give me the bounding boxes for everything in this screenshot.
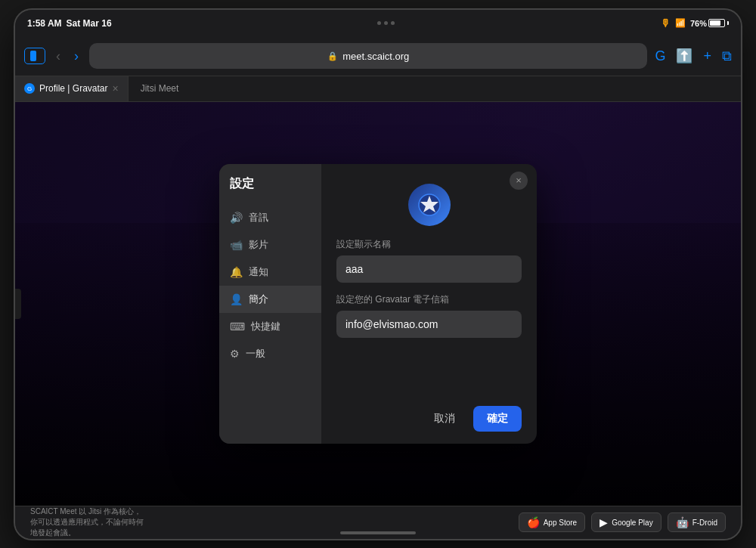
fdroid-badge[interactable]: 🤖 F-Droid xyxy=(668,512,726,532)
status-time: 1:58 AM xyxy=(27,18,62,29)
settings-nav-audio[interactable]: 🔊 音訊 xyxy=(219,204,321,231)
googleplay-label: Google Play xyxy=(612,519,652,527)
ipad-shell: 1:58 AM Sat Mar 16 🎙 📶 76% ‹ › xyxy=(15,10,741,539)
display-name-input[interactable] xyxy=(336,255,522,283)
settings-nav-shortcuts[interactable]: ⌨ 快捷鍵 xyxy=(219,313,321,340)
settings-nav-notify[interactable]: 🔔 通知 xyxy=(219,259,321,286)
play-icon: ▶ xyxy=(600,516,608,528)
share-picture-button[interactable]: ⬆️ xyxy=(676,48,692,64)
url-bar[interactable]: 🔒 meet.scaict.org xyxy=(89,43,647,69)
avatar-icon xyxy=(417,193,442,217)
email-input[interactable] xyxy=(336,311,522,338)
close-button[interactable]: × xyxy=(510,172,528,190)
status-left: 1:58 AM Sat Mar 16 xyxy=(27,18,112,29)
fdroid-icon: 🤖 xyxy=(676,516,689,528)
tab-jitsi-meet[interactable]: Jitsi Meet xyxy=(129,83,191,94)
apple-icon: 🍎 xyxy=(527,516,540,528)
audio-icon: 🔊 xyxy=(230,212,243,224)
appstore-label: App Store xyxy=(544,519,577,527)
lock-icon: 🔒 xyxy=(327,51,338,61)
browser-chrome: ‹ › 🔒 meet.scaict.org G ⬆️ + ⧉ xyxy=(15,37,741,76)
general-label: 一般 xyxy=(246,347,265,361)
tab-bar: G Profile | Gravatar × Jitsi Meet xyxy=(15,76,741,102)
video-label: 影片 xyxy=(249,238,268,252)
browser-actions: G ⬆️ + ⧉ xyxy=(655,48,732,64)
settings-content: × 設定顯示名稱 設定您的 Gravata xyxy=(321,164,537,444)
footer-description: SCAICT Meet 以 Jitsi 作為核心， 你可以透過應用程式，不論何時… xyxy=(30,506,144,538)
tab-close-gravatar[interactable]: × xyxy=(112,82,118,94)
store-badges: 🍎 App Store ▶ Google Play 🤖 F-Droid xyxy=(519,512,726,532)
status-dots xyxy=(377,21,395,25)
status-right: 🎙 📶 76% xyxy=(661,17,729,29)
notify-icon: 🔔 xyxy=(230,266,243,278)
notify-label: 通知 xyxy=(249,265,268,279)
dot-2 xyxy=(384,21,388,25)
google-button[interactable]: G xyxy=(655,48,665,64)
tab-profile-gravatar[interactable]: G Profile | Gravatar × xyxy=(15,76,129,101)
display-name-label: 設定顯示名稱 xyxy=(336,238,522,251)
tab-favicon-gravatar: G xyxy=(24,83,35,94)
video-icon: 📹 xyxy=(230,239,243,251)
dot-3 xyxy=(391,21,395,25)
shortcuts-label: 快捷鍵 xyxy=(251,320,280,333)
email-label: 設定您的 Gravatar 電子信箱 xyxy=(336,293,522,306)
wifi-icon: 📶 xyxy=(675,18,686,28)
avatar xyxy=(408,184,451,226)
status-date: Sat Mar 16 xyxy=(67,18,112,29)
new-tab-button[interactable]: + xyxy=(703,48,711,64)
battery-indicator: 76% xyxy=(690,19,729,28)
sidebar-toggle-button[interactable] xyxy=(24,48,45,64)
settings-sidebar: 設定 🔊 音訊 📹 影片 🔔 通知 👤 簡介 xyxy=(219,164,321,444)
audio-label: 音訊 xyxy=(249,211,268,224)
settings-nav-video[interactable]: 📹 影片 xyxy=(219,231,321,259)
profile-label: 簡介 xyxy=(249,293,268,306)
fdroid-label: F-Droid xyxy=(692,519,717,527)
confirm-button[interactable]: 確定 xyxy=(473,406,522,432)
status-bar: 1:58 AM Sat Mar 16 🎙 📶 76% xyxy=(15,10,741,37)
tab-label-gravatar: Profile | Gravatar xyxy=(39,83,107,94)
main-content: 設定 🔊 音訊 📹 影片 🔔 通知 👤 簡介 xyxy=(15,102,741,506)
profile-icon: 👤 xyxy=(230,293,243,305)
cancel-button[interactable]: 取消 xyxy=(423,406,466,432)
settings-nav-general[interactable]: ⚙ 一般 xyxy=(219,340,321,367)
back-button[interactable]: ‹ xyxy=(53,45,64,67)
modal-overlay: 設定 🔊 音訊 📹 影片 🔔 通知 👤 簡介 xyxy=(15,102,741,506)
googleplay-badge[interactable]: ▶ Google Play xyxy=(591,512,661,532)
home-indicator xyxy=(340,531,416,534)
mic-icon: 🎙 xyxy=(661,17,671,29)
modal-actions: 取消 確定 xyxy=(336,394,522,432)
settings-title: 設定 xyxy=(219,176,321,204)
tabs-button[interactable]: ⧉ xyxy=(722,48,732,64)
avatar-area xyxy=(336,176,522,238)
appstore-badge[interactable]: 🍎 App Store xyxy=(519,512,585,532)
url-text: meet.scaict.org xyxy=(342,51,409,62)
forward-button[interactable]: › xyxy=(71,45,82,67)
shortcuts-icon: ⌨ xyxy=(230,320,245,333)
dot-1 xyxy=(377,21,381,25)
general-icon: ⚙ xyxy=(230,348,240,360)
settings-modal: 設定 🔊 音訊 📹 影片 🔔 通知 👤 簡介 xyxy=(219,164,537,444)
tab-label-jitsi: Jitsi Meet xyxy=(141,83,179,94)
battery-percent: 76% xyxy=(690,19,707,28)
settings-nav-profile[interactable]: 👤 簡介 xyxy=(219,286,321,313)
